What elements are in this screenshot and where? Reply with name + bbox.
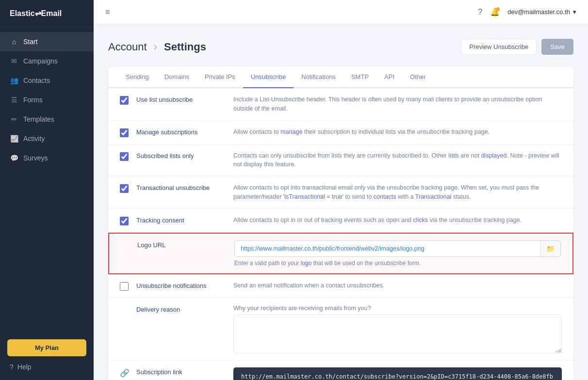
logo-url-hint: Enter a valid path to your logo that wil… <box>234 260 561 267</box>
topbar: ≡ ? 🔔 dev@mailmaster.co.th ▾ <box>94 0 588 24</box>
delivery-reason-textarea[interactable] <box>233 315 562 353</box>
notifications-button[interactable]: 🔔 <box>490 7 500 16</box>
help-circle-icon[interactable]: ? <box>478 8 482 16</box>
setting-row-manage-subscriptions: Manage subscriptions Allow contacts to m… <box>108 121 573 144</box>
setting-row-tracking-consent: Tracking consent Allow contacts to opt i… <box>108 209 573 233</box>
activity-icon: 📈 <box>10 134 18 143</box>
unsubscribe-notifications-label: Unsubscribe notifications <box>136 281 233 289</box>
logo-url-input-wrap: 📁 <box>234 240 561 257</box>
subscription-link-label: Subscription link <box>136 367 233 376</box>
manage-subscriptions-checkbox[interactable] <box>120 128 129 137</box>
logo-text: Elastic⇌Email <box>10 9 62 18</box>
user-email: dev@mailmaster.co.th <box>507 8 570 16</box>
surveys-icon: 💬 <box>10 154 18 162</box>
sidebar-item-start[interactable]: ⌂ Start <box>0 32 94 51</box>
sidebar-item-forms[interactable]: ☰ Forms <box>0 90 94 110</box>
settings-tabs: Sending Domains Private IPs Unsubscribe … <box>108 66 573 88</box>
use-list-unsubscribe-label: Use list unsubscribe <box>136 95 233 103</box>
unsubscribe-notifications-desc: Send an email notification when a contac… <box>233 281 562 290</box>
user-menu[interactable]: dev@mailmaster.co.th ▾ <box>507 8 576 16</box>
transactional-unsubscribe-checkbox[interactable] <box>120 184 129 193</box>
logo-url-field-wrap: 📁 Enter a valid path to your logo that w… <box>234 240 561 267</box>
sidebar-bottom: My Plan ? Help <box>0 332 94 380</box>
templates-icon: ✏ <box>10 115 18 124</box>
tab-sending[interactable]: Sending <box>118 66 157 88</box>
subscribed-lists-only-desc: Contacts can only unsubscribe from lists… <box>233 151 562 170</box>
sidebar-item-label: Campaigns <box>23 57 58 65</box>
preview-unsubscribe-button[interactable]: Preview Unsubscribe <box>461 39 537 55</box>
logo-url-browse-button[interactable]: 📁 <box>540 241 560 256</box>
main-content: ≡ ? 🔔 dev@mailmaster.co.th ▾ Account › S… <box>94 0 588 380</box>
tracking-consent-label: Tracking consent <box>136 216 233 224</box>
breadcrumb-current: Settings <box>164 41 206 53</box>
sidebar-item-label: Start <box>23 38 38 46</box>
setting-row-delivery-reason: Delivery reason Why your recipients are … <box>108 298 573 361</box>
setting-row-use-list-unsubscribe: Use list unsubscribe Include a List-Unsu… <box>108 88 573 121</box>
sidebar-item-label: Forms <box>23 96 43 104</box>
breadcrumb-separator: › <box>154 41 157 53</box>
tracking-consent-checkbox[interactable] <box>120 217 129 225</box>
sidebar-nav: ⌂ Start ✉ Campaigns 👥 Contacts ☰ Forms ✏… <box>0 27 94 332</box>
tab-private-ips[interactable]: Private IPs <box>197 66 243 88</box>
logo-url-label: Logo URL <box>137 240 234 249</box>
sidebar-item-label: Contacts <box>23 77 50 84</box>
breadcrumb-parent: Account <box>108 41 147 53</box>
delivery-reason-hint: Why your recipients are receiving emails… <box>233 305 562 312</box>
subscribed-lists-only-label: Subscribed lists only <box>136 151 233 159</box>
setting-row-subscribed-lists-only: Subscribed lists only Contacts can only … <box>108 144 573 177</box>
sidebar-item-campaigns[interactable]: ✉ Campaigns <box>0 51 94 71</box>
sidebar: Elastic⇌Email ⌂ Start ✉ Campaigns 👥 Cont… <box>0 0 94 380</box>
manage-subscriptions-desc: Allow contacts to manage their subscript… <box>233 127 562 137</box>
help-label: Help <box>17 363 32 371</box>
sidebar-logo: Elastic⇌Email <box>0 0 94 27</box>
forms-icon: ☰ <box>10 95 18 104</box>
sidebar-item-label: Surveys <box>23 154 48 162</box>
sidebar-item-contacts[interactable]: 👥 Contacts <box>0 71 94 90</box>
setting-row-logo-url: Logo URL 📁 Enter a valid path to your lo… <box>108 233 573 274</box>
tab-api[interactable]: API <box>376 66 402 88</box>
header-actions: Preview Unsubscribe Save <box>461 39 573 55</box>
transactional-unsubscribe-desc: Allow contacts to opt into transactional… <box>233 183 562 202</box>
topbar-right: ? 🔔 dev@mailmaster.co.th ▾ <box>478 7 576 16</box>
delivery-reason-field-wrap: Why your recipients are receiving emails… <box>233 305 562 353</box>
transactional-unsubscribe-label: Transactional unsubscribe <box>136 183 233 191</box>
delivery-reason-label: Delivery reason <box>136 305 233 313</box>
manage-subscriptions-label: Manage subscriptions <box>136 127 233 136</box>
chevron-down-icon: ▾ <box>573 8 576 16</box>
campaign-icon: ✉ <box>10 57 18 65</box>
tab-notifications[interactable]: Notifications <box>294 66 343 88</box>
sidebar-item-label: Templates <box>23 115 54 123</box>
use-list-unsubscribe-desc: Include a List-Unsubscribe header. This … <box>233 95 562 113</box>
page-header: Account › Settings Preview Unsubscribe S… <box>108 39 573 55</box>
settings-body: Use list unsubscribe Include a List-Unsu… <box>108 88 573 380</box>
setting-row-subscription-link: 🔗 Subscription link http://em.mailmaster… <box>108 361 573 380</box>
page-title: Account › Settings <box>108 41 206 53</box>
setting-row-transactional-unsubscribe: Transactional unsubscribe Allow contacts… <box>108 176 573 209</box>
save-button[interactable]: Save <box>541 39 573 55</box>
tab-domains[interactable]: Domains <box>157 66 197 88</box>
tracking-consent-desc: Allow contacts to opt in or out of track… <box>233 216 562 225</box>
tab-smtp[interactable]: SMTP <box>343 66 376 88</box>
tab-unsubscribe[interactable]: Unsubscribe <box>243 66 294 88</box>
tab-other[interactable]: Other <box>402 66 434 88</box>
my-plan-button[interactable]: My Plan <box>7 339 86 356</box>
subscription-link-value: http://em.mailmaster.co.th/contact/subsc… <box>233 367 562 380</box>
subscription-link-icon: 🔗 <box>120 368 130 378</box>
home-icon: ⌂ <box>10 37 18 46</box>
logo-url-input[interactable] <box>235 241 540 256</box>
setting-row-unsubscribe-notifications: Unsubscribe notifications Send an email … <box>108 274 573 298</box>
sidebar-item-surveys[interactable]: 💬 Surveys <box>0 148 94 168</box>
sidebar-item-label: Activity <box>23 135 45 142</box>
sidebar-item-templates[interactable]: ✏ Templates <box>0 110 94 129</box>
subscription-link-field-wrap: http://em.mailmaster.co.th/contact/subsc… <box>233 367 562 380</box>
use-list-unsubscribe-checkbox[interactable] <box>120 96 129 105</box>
hamburger-icon[interactable]: ≡ <box>105 8 110 16</box>
settings-card: Sending Domains Private IPs Unsubscribe … <box>108 66 573 380</box>
sidebar-item-activity[interactable]: 📈 Activity <box>0 129 94 148</box>
topbar-left: ≡ <box>105 8 110 16</box>
subscribed-lists-only-checkbox[interactable] <box>120 152 129 161</box>
page-content: Account › Settings Preview Unsubscribe S… <box>94 24 588 380</box>
help-item[interactable]: ? Help <box>7 361 86 373</box>
help-icon: ? <box>10 363 14 371</box>
unsubscribe-notifications-checkbox[interactable] <box>120 282 129 291</box>
